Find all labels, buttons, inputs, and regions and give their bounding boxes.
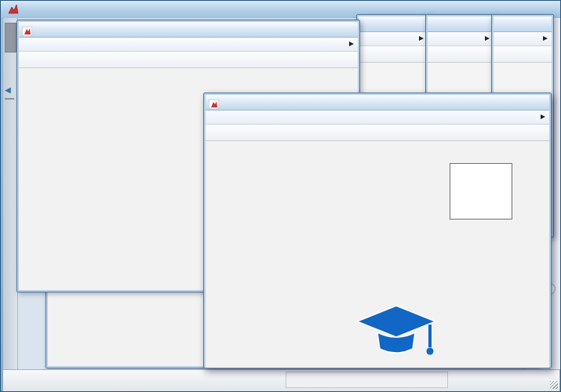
- matlab-logo-icon: [7, 4, 19, 15]
- status-row: [461, 374, 466, 383]
- docked-panel-fragment: [5, 23, 16, 53]
- divider: [5, 98, 14, 100]
- figure1-toolbar: [19, 52, 358, 68]
- titlebar[interactable]: [428, 16, 494, 32]
- menu-overflow-icon[interactable]: [485, 36, 490, 41]
- toolbar: [428, 46, 494, 63]
- figure1-menubar: [19, 38, 358, 52]
- menu-overflow-icon[interactable]: [419, 36, 424, 41]
- menu-overflow-icon[interactable]: [541, 114, 545, 119]
- toolbar: [359, 46, 428, 63]
- toolbar: [494, 46, 552, 63]
- status-col: [502, 374, 507, 383]
- legend[interactable]: [450, 163, 512, 220]
- matlab-figure-icon: [22, 25, 32, 34]
- back-arrow-icon[interactable]: ◀: [5, 85, 11, 94]
- menu-overflow-icon[interactable]: [543, 36, 548, 41]
- menubar: [494, 32, 552, 46]
- menubar: [428, 32, 494, 46]
- figure8-titlebar[interactable]: [206, 95, 549, 111]
- screen: ◀ ▲ × ▼: [0, 0, 561, 392]
- titlebar[interactable]: [494, 16, 552, 32]
- menubar: [359, 32, 428, 46]
- watermark-cap-icon: [355, 303, 437, 366]
- status-bar: ▮▮▮▮ ▴: [3, 369, 559, 391]
- matlab-figure-icon: [209, 98, 219, 107]
- figure8-menubar: [206, 111, 549, 125]
- figure1-titlebar[interactable]: [19, 22, 358, 38]
- status-field: [286, 372, 448, 388]
- titlebar[interactable]: [359, 16, 428, 32]
- resize-grip[interactable]: [550, 381, 558, 389]
- menu-overflow-icon[interactable]: [349, 42, 354, 46]
- figure8-toolbar: [206, 125, 549, 141]
